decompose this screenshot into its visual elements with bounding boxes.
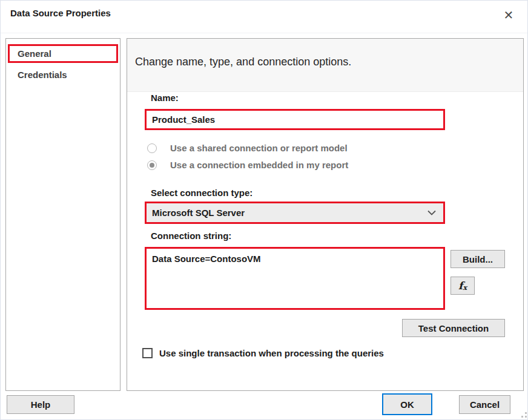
sidebar-item-general[interactable]: General (10, 48, 51, 59)
fx-icon: f (458, 280, 463, 292)
page-heading: Change name, type, and connection option… (135, 56, 351, 68)
resize-grip[interactable] (519, 409, 527, 418)
connection-type-value: Microsoft SQL Server (152, 208, 427, 218)
dialog-title: Data Source Properties (10, 8, 111, 18)
name-input[interactable] (147, 111, 443, 128)
connection-type-dropdown[interactable]: Microsoft SQL Server (147, 203, 443, 222)
name-label: Name: (151, 93, 179, 103)
annotation-box-connection-type: Microsoft SQL Server (145, 202, 445, 224)
title-separator (1, 33, 528, 33)
single-transaction-checkbox[interactable] (142, 348, 153, 358)
connection-string-label: Connection string: (151, 231, 231, 241)
expression-fx-button[interactable]: fx (450, 277, 475, 295)
data-source-properties-dialog: Data Source Properties ✕ General Credent… (0, 0, 528, 420)
radio-unselected-icon[interactable] (147, 143, 157, 153)
radio-shared-connection[interactable]: Use a shared connection or report model (147, 143, 348, 153)
help-button[interactable]: Help (7, 395, 74, 414)
close-icon[interactable]: ✕ (498, 5, 519, 25)
single-transaction-row: Use single transaction when processing t… (142, 348, 384, 358)
annotation-box-connection-string: Data Source=ContosoVM (145, 247, 445, 310)
annotation-box-name (145, 109, 445, 130)
ok-button[interactable]: OK (382, 393, 432, 415)
cancel-button[interactable]: Cancel (459, 395, 510, 414)
content-panel: Change name, type, and connection option… (127, 38, 524, 391)
radio-shared-connection-label: Use a shared connection or report model (170, 143, 348, 153)
sidebar: General Credentials (5, 38, 120, 391)
connection-type-label: Select connection type: (151, 188, 252, 198)
test-connection-button[interactable]: Test Connection (402, 319, 505, 337)
connection-string-input[interactable]: Data Source=ContosoVM (147, 249, 443, 308)
heading-band: Change name, type, and connection option… (127, 39, 523, 92)
radio-selected-icon[interactable] (147, 160, 157, 170)
radio-embedded-connection-label: Use a connection embedded in my report (170, 160, 348, 170)
annotation-box-general: General (8, 44, 118, 63)
sidebar-item-credentials[interactable]: Credentials (18, 70, 67, 80)
single-transaction-label: Use single transaction when processing t… (159, 348, 384, 358)
chevron-down-icon (427, 210, 436, 215)
build-button[interactable]: Build... (450, 250, 505, 268)
radio-embedded-connection[interactable]: Use a connection embedded in my report (147, 160, 348, 170)
